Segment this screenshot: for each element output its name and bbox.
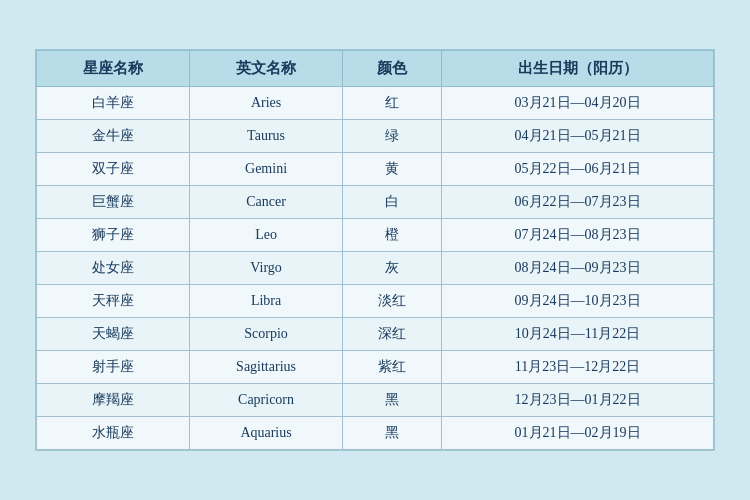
- cell-color: 绿: [343, 120, 442, 153]
- header-chinese-name: 星座名称: [37, 51, 190, 87]
- cell-color: 黑: [343, 417, 442, 450]
- cell-dates: 10月24日—11月22日: [442, 318, 714, 351]
- cell-dates: 06月22日—07月23日: [442, 186, 714, 219]
- cell-chinese-name: 处女座: [37, 252, 190, 285]
- cell-color: 黄: [343, 153, 442, 186]
- cell-english-name: Leo: [190, 219, 343, 252]
- header-english-name: 英文名称: [190, 51, 343, 87]
- table-header-row: 星座名称 英文名称 颜色 出生日期（阳历）: [37, 51, 714, 87]
- cell-dates: 12月23日—01月22日: [442, 384, 714, 417]
- cell-chinese-name: 摩羯座: [37, 384, 190, 417]
- cell-dates: 03月21日—04月20日: [442, 87, 714, 120]
- table-row: 天秤座Libra淡红09月24日—10月23日: [37, 285, 714, 318]
- cell-chinese-name: 白羊座: [37, 87, 190, 120]
- table-row: 射手座Sagittarius紫红11月23日—12月22日: [37, 351, 714, 384]
- table-row: 狮子座Leo橙07月24日—08月23日: [37, 219, 714, 252]
- cell-color: 淡红: [343, 285, 442, 318]
- table-row: 双子座Gemini黄05月22日—06月21日: [37, 153, 714, 186]
- cell-dates: 09月24日—10月23日: [442, 285, 714, 318]
- cell-chinese-name: 双子座: [37, 153, 190, 186]
- cell-english-name: Cancer: [190, 186, 343, 219]
- cell-color: 橙: [343, 219, 442, 252]
- cell-english-name: Capricorn: [190, 384, 343, 417]
- table-row: 金牛座Taurus绿04月21日—05月21日: [37, 120, 714, 153]
- table-row: 白羊座Aries红03月21日—04月20日: [37, 87, 714, 120]
- cell-dates: 11月23日—12月22日: [442, 351, 714, 384]
- zodiac-table-container: 星座名称 英文名称 颜色 出生日期（阳历） 白羊座Aries红03月21日—04…: [35, 49, 715, 451]
- table-body: 白羊座Aries红03月21日—04月20日金牛座Taurus绿04月21日—0…: [37, 87, 714, 450]
- cell-chinese-name: 金牛座: [37, 120, 190, 153]
- cell-color: 深红: [343, 318, 442, 351]
- cell-chinese-name: 巨蟹座: [37, 186, 190, 219]
- header-color: 颜色: [343, 51, 442, 87]
- table-row: 处女座Virgo灰08月24日—09月23日: [37, 252, 714, 285]
- cell-dates: 07月24日—08月23日: [442, 219, 714, 252]
- cell-english-name: Aries: [190, 87, 343, 120]
- cell-color: 白: [343, 186, 442, 219]
- cell-chinese-name: 狮子座: [37, 219, 190, 252]
- cell-english-name: Taurus: [190, 120, 343, 153]
- table-row: 水瓶座Aquarius黑01月21日—02月19日: [37, 417, 714, 450]
- cell-chinese-name: 天秤座: [37, 285, 190, 318]
- cell-color: 紫红: [343, 351, 442, 384]
- cell-dates: 05月22日—06月21日: [442, 153, 714, 186]
- zodiac-table: 星座名称 英文名称 颜色 出生日期（阳历） 白羊座Aries红03月21日—04…: [36, 50, 714, 450]
- cell-dates: 08月24日—09月23日: [442, 252, 714, 285]
- cell-english-name: Libra: [190, 285, 343, 318]
- cell-english-name: Aquarius: [190, 417, 343, 450]
- cell-english-name: Gemini: [190, 153, 343, 186]
- header-dates: 出生日期（阳历）: [442, 51, 714, 87]
- cell-dates: 01月21日—02月19日: [442, 417, 714, 450]
- cell-color: 黑: [343, 384, 442, 417]
- table-row: 巨蟹座Cancer白06月22日—07月23日: [37, 186, 714, 219]
- cell-english-name: Sagittarius: [190, 351, 343, 384]
- cell-english-name: Scorpio: [190, 318, 343, 351]
- cell-chinese-name: 水瓶座: [37, 417, 190, 450]
- table-row: 天蝎座Scorpio深红10月24日—11月22日: [37, 318, 714, 351]
- table-row: 摩羯座Capricorn黑12月23日—01月22日: [37, 384, 714, 417]
- cell-english-name: Virgo: [190, 252, 343, 285]
- cell-color: 红: [343, 87, 442, 120]
- cell-chinese-name: 天蝎座: [37, 318, 190, 351]
- cell-color: 灰: [343, 252, 442, 285]
- cell-chinese-name: 射手座: [37, 351, 190, 384]
- cell-dates: 04月21日—05月21日: [442, 120, 714, 153]
